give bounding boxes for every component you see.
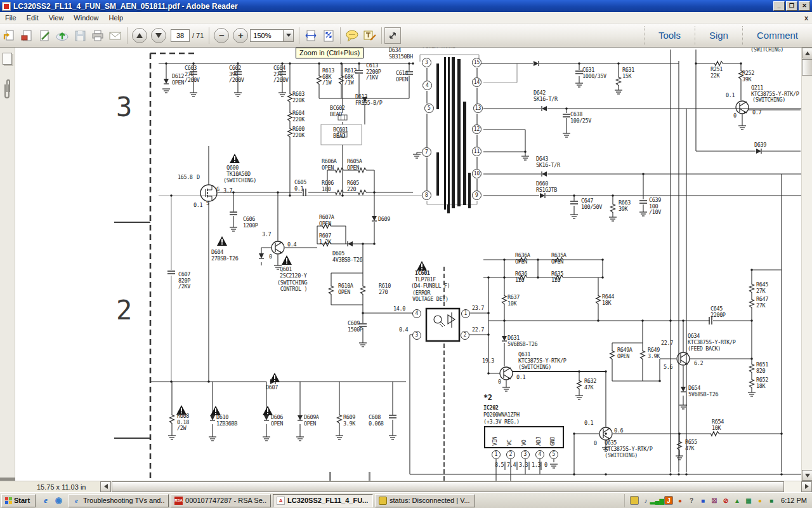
- task-button-status[interactable]: status: Disconnected | V...: [375, 494, 475, 507]
- display-icon[interactable]: ■: [698, 496, 707, 505]
- print-button[interactable]: [89, 26, 107, 45]
- email-button[interactable]: [107, 26, 124, 45]
- horizontal-scroll-thumb[interactable]: [112, 481, 784, 492]
- update-globe-icon[interactable]: ●: [676, 496, 684, 505]
- schematic-label: (SWITCHING): [605, 453, 638, 459]
- rsa-icon: RSA: [174, 497, 183, 505]
- schematic-label: R251 22K: [710, 67, 723, 79]
- blocked-icon[interactable]: ⊘: [721, 496, 730, 505]
- sign-document-icon: [37, 29, 51, 43]
- audio-icon[interactable]: ♪: [641, 496, 650, 505]
- zoom-out-button[interactable]: −: [214, 28, 229, 43]
- schematic-label: C608 0.068: [369, 415, 384, 427]
- ie-icon: e: [72, 497, 81, 505]
- comment-button[interactable]: Comment: [743, 30, 812, 41]
- fit-width-button[interactable]: [302, 26, 320, 45]
- task-button-pdf[interactable]: A LC320SS2_FL11_4_FU...: [273, 494, 373, 507]
- schematic-label: C602 390 /200V: [229, 65, 244, 84]
- save-button[interactable]: [71, 26, 89, 45]
- fullscreen-button[interactable]: [384, 27, 401, 44]
- close-button[interactable]: ✕: [799, 1, 810, 11]
- schematic-label: R635 120: [551, 271, 563, 283]
- schematic-label: D642 SK16-T/R: [534, 90, 558, 102]
- menu-edit[interactable]: Edit: [22, 13, 44, 23]
- vnc-icon[interactable]: ■: [767, 496, 776, 505]
- schematic-label: R603 220K: [292, 91, 304, 104]
- scroll-right-button[interactable]: [801, 481, 812, 492]
- signal-bars-icon[interactable]: ▂▄▆: [653, 496, 662, 505]
- scroll-up-button[interactable]: [802, 48, 812, 58]
- fit-page-button[interactable]: [320, 26, 337, 45]
- schematic-label: R612 68K /1W: [344, 68, 357, 86]
- open-file-button[interactable]: [0, 26, 18, 45]
- schematic-label: R252 39K: [742, 70, 754, 83]
- pin-number: 2: [461, 331, 469, 340]
- schematic-label: C606 1200P: [243, 217, 258, 229]
- vertical-scroll-thumb[interactable]: [802, 59, 812, 76]
- zoom-tooltip: Zoom in (Ctrl+Plus): [296, 48, 363, 58]
- schematic-label: R654 10K: [712, 419, 724, 431]
- schematic-label: R600 220K: [292, 126, 304, 138]
- java-icon[interactable]: J: [664, 496, 673, 505]
- scroll-left-button[interactable]: [100, 481, 111, 492]
- create-pdf-button[interactable]: [18, 26, 36, 45]
- scroll-down-button[interactable]: [802, 470, 812, 481]
- network-error-icon[interactable]: ☒: [710, 496, 719, 505]
- zoom-in-button[interactable]: +: [233, 28, 248, 43]
- schematic-label: R655 47K: [685, 439, 697, 451]
- schematic-label: 0: [269, 254, 272, 260]
- schematic-label: R608 0.18 /2W: [177, 413, 189, 432]
- menu-help[interactable]: Help: [103, 13, 128, 23]
- schematic-label: R649A OPEN: [617, 347, 632, 359]
- page-number-input[interactable]: [171, 29, 190, 42]
- page-size-indicator: 15.75 x 11.03 in: [37, 483, 100, 491]
- schematic-label: R607A OPEN: [319, 215, 334, 227]
- close-document-icon[interactable]: x: [804, 14, 808, 22]
- taskbar: Start e ◉ e Troubleshooting TVs and... R…: [0, 492, 812, 508]
- tools-button[interactable]: Tools: [645, 30, 695, 41]
- next-page-button[interactable]: [151, 28, 166, 43]
- schematic-label: 0.4: [399, 327, 408, 333]
- title-bar[interactable]: LC320SS2_FL11_4_FUN_SM_AEN_051811.pdf - …: [0, 0, 812, 12]
- schematic-label: 3.3: [519, 462, 528, 469]
- schematic-label: (+3.3V REG.): [483, 419, 520, 425]
- schematic-label: R632 47K: [584, 378, 596, 391]
- vertical-scrollbar[interactable]: [801, 48, 812, 481]
- pin-number: 1: [461, 309, 470, 318]
- previous-page-button[interactable]: [132, 28, 147, 43]
- ie-quicklaunch-icon[interactable]: e: [41, 495, 51, 505]
- comment-balloon-button[interactable]: [343, 26, 361, 45]
- maximize-button[interactable]: ❐: [786, 1, 797, 11]
- task-button-troubleshooting[interactable]: e Troubleshooting TVs and...: [69, 494, 169, 507]
- start-button[interactable]: Start: [1, 494, 36, 507]
- schematic-label: D613 FR155-B/P: [355, 94, 382, 106]
- pin-number: 9: [472, 190, 481, 200]
- sign-button[interactable]: Sign: [695, 30, 742, 41]
- menu-window[interactable]: Window: [69, 13, 103, 23]
- text-annotation-button[interactable]: [361, 26, 379, 45]
- schematic-label: R649 3.9K: [648, 347, 660, 359]
- task-button-rsa[interactable]: RSA 000107747287 - RSA Se...: [171, 494, 271, 507]
- menu-file[interactable]: File: [0, 13, 22, 23]
- sign-document-button[interactable]: [36, 26, 53, 45]
- hand-icon[interactable]: ●: [756, 496, 764, 505]
- help-icon[interactable]: ?: [687, 496, 696, 505]
- schematic-label: 3.7: [223, 188, 232, 194]
- browser-quicklaunch-icon[interactable]: ◉: [53, 495, 63, 505]
- padlock-icon[interactable]: [630, 496, 639, 505]
- schematic-label: 165.8: [178, 175, 193, 181]
- nic-icon[interactable]: ▦: [744, 496, 753, 505]
- attachments-paperclip-icon[interactable]: [4, 84, 10, 98]
- zoom-level-value[interactable]: 150%: [250, 29, 283, 42]
- menu-view[interactable]: View: [44, 13, 69, 23]
- minimize-button[interactable]: _: [773, 1, 785, 11]
- pin-number: 13: [473, 104, 483, 113]
- pages-panel-icon[interactable]: [3, 53, 12, 65]
- updates-icon[interactable]: ▲: [733, 496, 742, 505]
- schematic-label: R652 18K: [756, 377, 768, 389]
- horizontal-scrollbar[interactable]: [100, 481, 812, 493]
- zoom-dropdown-button[interactable]: [283, 29, 294, 42]
- upload-cloud-button[interactable]: [53, 26, 71, 45]
- schematic-label: VC: [507, 440, 513, 446]
- schematic-label: C607 820P /2KV: [178, 272, 190, 290]
